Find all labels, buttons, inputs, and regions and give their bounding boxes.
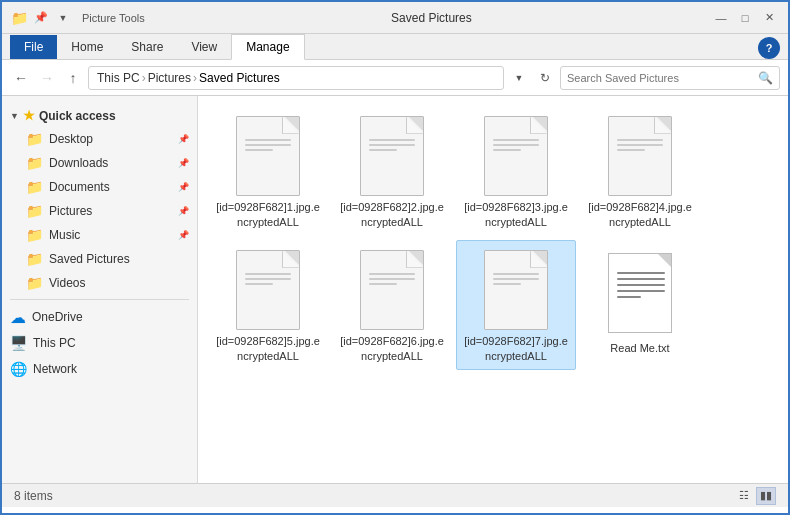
file-name-6: [id=0928F682]6.jpg.encryptedALL xyxy=(339,334,445,363)
sidebar-item-label: Music xyxy=(49,228,80,242)
file-item-1[interactable]: [id=0928F682]1.jpg.encryptedALL xyxy=(208,106,328,236)
file-item-7[interactable]: [id=0928F682]7.jpg.encryptedALL xyxy=(456,240,576,370)
doc-icon xyxy=(484,250,548,330)
forward-button[interactable]: → xyxy=(36,67,58,89)
pin-toolbar-icon: 📌 xyxy=(32,11,50,25)
file-icon-7 xyxy=(480,249,552,330)
window-controls[interactable]: — □ ✕ xyxy=(710,8,780,28)
file-icon-5 xyxy=(232,249,304,330)
sidebar-divider xyxy=(10,299,189,300)
folder-icon: 📁 xyxy=(26,179,43,195)
tab-manage[interactable]: Manage xyxy=(231,34,304,60)
doc-icon xyxy=(484,116,548,196)
sidebar-item-label: Pictures xyxy=(49,204,92,218)
pin-icon: 📌 xyxy=(178,230,189,240)
title-bar-left: 📁 📌 ▼ Picture Tools xyxy=(10,11,145,25)
folder-icon: 📁 xyxy=(26,251,43,267)
tab-view[interactable]: View xyxy=(177,35,231,59)
file-name-2: [id=0928F682]2.jpg.encryptedALL xyxy=(339,200,445,229)
doc-icon xyxy=(608,116,672,196)
item-count: 8 items xyxy=(14,489,53,503)
details-view-button[interactable]: ☷ xyxy=(734,487,754,505)
ribbon: File Home Share View Manage ? xyxy=(2,34,788,60)
file-item-3[interactable]: [id=0928F682]3.jpg.encryptedALL xyxy=(456,106,576,236)
file-icon-1 xyxy=(232,115,304,196)
up-button[interactable]: ↑ xyxy=(62,67,84,89)
pin-icon: 📌 xyxy=(178,206,189,216)
file-icon-4 xyxy=(604,115,676,196)
tab-share[interactable]: Share xyxy=(117,35,177,59)
sidebar-item-label: Saved Pictures xyxy=(49,252,130,266)
folder-icon: 📁 xyxy=(26,131,43,147)
search-input[interactable] xyxy=(567,72,754,84)
sidebar-item-label: This PC xyxy=(33,336,76,350)
breadcrumb: This PC › Pictures › Saved Pictures xyxy=(88,66,504,90)
search-icon: 🔍 xyxy=(758,71,773,85)
sidebar-item-downloads[interactable]: 📁 Downloads 📌 xyxy=(2,151,197,175)
address-bar: ← → ↑ This PC › Pictures › Saved Picture… xyxy=(2,60,788,96)
status-bar: 8 items ☷ ▮▮ xyxy=(2,483,788,507)
pin-icon: 📌 xyxy=(178,158,189,168)
help-button[interactable]: ? xyxy=(758,37,780,59)
tab-file[interactable]: File xyxy=(10,35,57,59)
minimize-button[interactable]: — xyxy=(710,8,732,28)
folder-icon: 📁 xyxy=(26,155,43,171)
sidebar-item-label: Downloads xyxy=(49,156,108,170)
onedrive-icon: ☁ xyxy=(10,308,26,327)
file-name-7: [id=0928F682]7.jpg.encryptedALL xyxy=(463,334,569,363)
sidebar-item-label: Network xyxy=(33,362,77,376)
tab-home[interactable]: Home xyxy=(57,35,117,59)
down-arrow-icon: ▼ xyxy=(54,11,72,25)
title-bar: 📁 📌 ▼ Picture Tools Saved Pictures — □ ✕ xyxy=(2,2,788,34)
quick-access-label: Quick access xyxy=(39,109,116,123)
breadcrumb-this-pc[interactable]: This PC xyxy=(97,71,140,85)
sidebar: ▼ ★ Quick access 📁 Desktop 📌 📁 Downloads… xyxy=(2,96,198,483)
chevron-down-icon: ▼ xyxy=(10,111,19,121)
file-item-2[interactable]: [id=0928F682]2.jpg.encryptedALL xyxy=(332,106,452,236)
sidebar-item-onedrive[interactable]: ☁ OneDrive xyxy=(2,304,197,330)
pin-icon: 📌 xyxy=(178,134,189,144)
file-icon-8 xyxy=(604,249,676,337)
sidebar-item-this-pc[interactable]: 🖥️ This PC xyxy=(2,330,197,356)
file-name-1: [id=0928F682]1.jpg.encryptedALL xyxy=(215,200,321,229)
file-item-6[interactable]: [id=0928F682]6.jpg.encryptedALL xyxy=(332,240,452,370)
file-item-4[interactable]: [id=0928F682]4.jpg.encryptedALL xyxy=(580,106,700,236)
toolbar-icons: 📁 📌 ▼ xyxy=(10,11,72,25)
search-box[interactable]: 🔍 xyxy=(560,66,780,90)
quick-access-header[interactable]: ▼ ★ Quick access xyxy=(2,104,197,127)
file-name-8: Read Me.txt xyxy=(610,341,669,355)
sidebar-item-label: Documents xyxy=(49,180,110,194)
file-grid: [id=0928F682]1.jpg.encryptedALL [id=0928… xyxy=(198,96,788,483)
main-area: ▼ ★ Quick access 📁 Desktop 📌 📁 Downloads… xyxy=(2,96,788,483)
txt-doc-icon xyxy=(608,253,672,333)
file-item-8[interactable]: Read Me.txt xyxy=(580,240,700,370)
file-icon-2 xyxy=(356,115,428,196)
refresh-button[interactable]: ↻ xyxy=(534,67,556,89)
view-controls: ☷ ▮▮ xyxy=(734,487,776,505)
sidebar-item-desktop[interactable]: 📁 Desktop 📌 xyxy=(2,127,197,151)
sidebar-item-network[interactable]: 🌐 Network xyxy=(2,356,197,382)
this-pc-icon: 🖥️ xyxy=(10,335,27,351)
breadcrumb-pictures[interactable]: Pictures xyxy=(148,71,191,85)
folder-icon: 📁 xyxy=(26,275,43,291)
back-button[interactable]: ← xyxy=(10,67,32,89)
sidebar-item-music[interactable]: 📁 Music 📌 xyxy=(2,223,197,247)
doc-icon xyxy=(236,250,300,330)
maximize-button[interactable]: □ xyxy=(734,8,756,28)
sidebar-item-pictures[interactable]: 📁 Pictures 📌 xyxy=(2,199,197,223)
folder-icon: 📁 xyxy=(26,203,43,219)
pin-icon: 📌 xyxy=(178,182,189,192)
sidebar-item-documents[interactable]: 📁 Documents 📌 xyxy=(2,175,197,199)
sidebar-item-saved-pictures[interactable]: 📁 Saved Pictures xyxy=(2,247,197,271)
folder-toolbar-icon: 📁 xyxy=(10,11,28,25)
ribbon-tabs: File Home Share View Manage ? xyxy=(2,34,788,59)
sidebar-item-label: Videos xyxy=(49,276,85,290)
dropdown-button[interactable]: ▼ xyxy=(508,67,530,89)
star-icon: ★ xyxy=(23,108,35,123)
large-icons-view-button[interactable]: ▮▮ xyxy=(756,487,776,505)
file-icon-6 xyxy=(356,249,428,330)
sidebar-item-videos[interactable]: 📁 Videos xyxy=(2,271,197,295)
file-item-5[interactable]: [id=0928F682]5.jpg.encryptedALL xyxy=(208,240,328,370)
breadcrumb-saved-pictures[interactable]: Saved Pictures xyxy=(199,71,280,85)
close-button[interactable]: ✕ xyxy=(758,8,780,28)
